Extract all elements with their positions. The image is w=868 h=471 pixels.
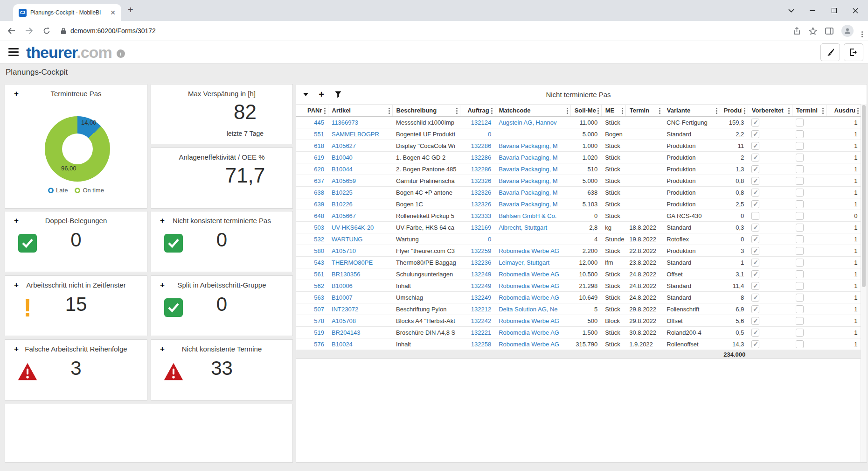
lock-icon[interactable]	[61, 28, 66, 35]
cell-link[interactable]: Albrecht, Stuttgart	[499, 224, 547, 231]
vorbereitet-checkbox[interactable]	[751, 259, 759, 267]
vertical-scrollbar[interactable]	[861, 104, 867, 462]
cell-link[interactable]: 132258	[471, 341, 491, 348]
profile-avatar[interactable]	[841, 25, 854, 37]
column-header-artikel[interactable]: Artikel	[328, 105, 392, 117]
cell-link[interactable]: SAMMELBOGPR	[332, 131, 379, 138]
cell-link[interactable]: 563	[314, 294, 324, 301]
cell-link[interactable]: Augstein AG, Hannov	[499, 119, 556, 126]
cell-link[interactable]: A105667	[332, 212, 356, 219]
cell-link[interactable]: A105710	[332, 247, 356, 254]
table-row[interactable]: 503UV-HKS64K-20UV-Farbe, HKS 64 ca132169…	[296, 222, 861, 233]
table-row[interactable]: 551SAMMELBOGPRBogenteil UF Produkti05.00…	[296, 128, 861, 140]
cell-link[interactable]: Bavaria Packaging, M	[499, 166, 557, 173]
terminiert-checkbox[interactable]	[796, 177, 804, 185]
table-row[interactable]: 580A105710Flyer "theurer.com C3132259Rob…	[296, 245, 861, 257]
cell-link[interactable]: 132249	[471, 282, 491, 289]
column-header-auftrag[interactable]: Auftrag	[460, 105, 495, 117]
cell-link[interactable]: 578	[314, 317, 324, 324]
cell-link[interactable]: 618	[314, 142, 324, 149]
vorbereitet-checkbox[interactable]	[751, 165, 759, 173]
terminiert-checkbox[interactable]	[796, 317, 804, 325]
vorbereitet-checkbox[interactable]	[751, 224, 759, 232]
cell-link[interactable]: 132286	[471, 166, 491, 173]
cell-link[interactable]: Bavaria Packaging, M	[499, 154, 557, 161]
cell-link[interactable]: Bahlsen GmbH & Co.	[499, 212, 556, 219]
terminiert-checkbox[interactable]	[796, 282, 804, 290]
side-panel-icon[interactable]	[825, 28, 833, 35]
cell-link[interactable]: 445	[314, 119, 324, 126]
cell-link[interactable]: 638	[314, 189, 324, 196]
cell-link[interactable]: WARTUNG	[332, 236, 362, 243]
browser-tab[interactable]: C3 Planungs-Cockpit - MobileBI ✕	[13, 4, 121, 21]
terminiert-checkbox[interactable]	[796, 294, 804, 302]
column-menu-icon[interactable]	[389, 107, 390, 114]
column-menu-icon[interactable]	[857, 107, 859, 114]
vorbereitet-checkbox[interactable]	[751, 130, 759, 138]
tile-expand-button[interactable]: +	[14, 89, 19, 98]
column-header-termin[interactable]: Termin	[625, 105, 663, 117]
column-header-matchcode[interactable]: Matchcode	[495, 105, 570, 117]
vorbereitet-checkbox[interactable]	[751, 282, 759, 290]
cell-link[interactable]: THERMO80PE	[332, 259, 373, 266]
cell-link[interactable]: 507	[314, 306, 324, 313]
grid-filter-icon[interactable]	[333, 84, 344, 104]
cell-link[interactable]: B10226	[332, 201, 353, 208]
column-header-panr[interactable]: PANr	[296, 105, 328, 117]
terminiert-checkbox[interactable]	[796, 224, 804, 232]
cell-link[interactable]: Robomedia Werbe AG	[499, 247, 559, 254]
cell-link[interactable]: Robomedia Werbe AG	[499, 294, 559, 301]
bookmark-star-icon[interactable]	[809, 27, 817, 35]
grid-add-icon[interactable]: +	[316, 84, 327, 104]
column-menu-icon[interactable]	[597, 107, 599, 114]
cell-link[interactable]: B10044	[332, 166, 353, 173]
column-header-beschreibung[interactable]: Beschreibung	[392, 105, 460, 117]
vorbereitet-checkbox[interactable]	[751, 154, 759, 162]
grid-dropdown-icon[interactable]	[300, 84, 311, 104]
cell-link[interactable]: BR204143	[332, 329, 360, 336]
vorbereitet-checkbox[interactable]	[751, 189, 759, 197]
column-header-me[interactable]: ME	[601, 105, 625, 117]
cell-link[interactable]: 132259	[471, 247, 491, 254]
logout-button[interactable]	[844, 43, 863, 61]
cell-link[interactable]: 620	[314, 166, 324, 173]
terminiert-checkbox[interactable]	[796, 247, 804, 255]
cell-link[interactable]: B10024	[332, 341, 353, 348]
cell-link[interactable]: 132169	[471, 224, 491, 231]
table-row[interactable]: 507INT23072Beschriftung Pylon132212Delta…	[296, 303, 861, 315]
vorbereitet-checkbox[interactable]	[751, 119, 759, 127]
cell-link[interactable]: 519	[314, 329, 324, 336]
cell-link[interactable]: 132286	[471, 142, 491, 149]
table-row[interactable]: 637A105659Garnitur Pralinenscha132326Bav…	[296, 175, 861, 187]
cell-link[interactable]: Bavaria Packaging, M	[499, 189, 557, 196]
cell-link[interactable]: A105627	[332, 142, 356, 149]
terminiert-checkbox[interactable]	[796, 154, 804, 162]
tile-expand-button[interactable]: +	[14, 344, 19, 354]
cell-link[interactable]: 132333	[471, 212, 491, 219]
cell-link[interactable]: 132326	[471, 201, 491, 208]
tab-close-icon[interactable]: ✕	[108, 8, 118, 17]
table-row[interactable]: 44511366973Messschild x1000Imp132124Augs…	[296, 117, 861, 128]
cell-link[interactable]: 639	[314, 201, 324, 208]
vorbereitet-checkbox[interactable]	[751, 142, 759, 150]
scrollbar-thumb[interactable]	[862, 105, 866, 287]
forward-icon[interactable]	[25, 28, 33, 34]
column-header-ausdru[interactable]: Ausdru	[826, 105, 861, 117]
table-row[interactable]: 563B10007Umschlag132249Robomedia Werbe A…	[296, 292, 861, 303]
cell-link[interactable]: 11366973	[332, 119, 358, 126]
brand-logo[interactable]: theurer.com	[26, 44, 112, 60]
cell-link[interactable]: 132221	[471, 329, 491, 336]
cell-link[interactable]: B10040	[332, 154, 353, 161]
cell-link[interactable]: B10225	[332, 189, 353, 196]
column-menu-icon[interactable]	[788, 107, 790, 114]
vorbereitet-checkbox[interactable]	[751, 270, 759, 278]
cell-link[interactable]: UV-HKS64K-20	[332, 224, 374, 231]
close-window-button[interactable]	[845, 0, 866, 21]
tile-expand-button[interactable]: +	[160, 216, 165, 225]
table-row[interactable]: 638B10225Bogen 4C +P antone132326Bavaria…	[296, 187, 861, 198]
column-menu-icon[interactable]	[456, 107, 458, 114]
terminiert-checkbox[interactable]	[796, 165, 804, 173]
column-menu-icon[interactable]	[716, 107, 718, 114]
cell-link[interactable]: 561	[314, 271, 324, 278]
table-row[interactable]: 578A105708Blocks A4 "Herbst-Akt132242Rob…	[296, 315, 861, 327]
